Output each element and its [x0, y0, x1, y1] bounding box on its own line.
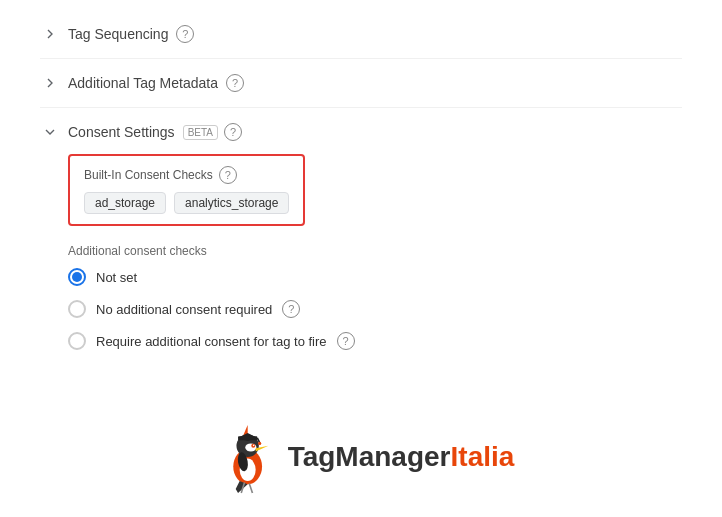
radio-require-additional-label: Require additional consent for tag to fi…	[96, 334, 327, 349]
brand-name: TagManagerItalia	[288, 441, 515, 473]
additional-tag-metadata-chevron	[40, 73, 60, 93]
radio-not-set-label: Not set	[96, 270, 137, 285]
built-in-consent-label: Built-In Consent Checks ?	[84, 166, 289, 184]
radio-option-not-set[interactable]: Not set	[68, 268, 682, 286]
additional-tag-metadata-label: Additional Tag Metadata	[68, 75, 218, 91]
additional-consent-label: Additional consent checks	[68, 244, 682, 258]
brand-black-text: TagManager	[288, 441, 451, 473]
tag-sequencing-chevron	[40, 24, 60, 44]
svg-line-11	[249, 483, 252, 493]
built-in-tags-row: ad_storage analytics_storage	[84, 192, 289, 214]
svg-point-6	[253, 445, 255, 447]
tag-sequencing-section[interactable]: Tag Sequencing ?	[40, 10, 682, 59]
additional-tag-metadata-help-icon[interactable]: ?	[226, 74, 244, 92]
radio-not-set[interactable]	[68, 268, 86, 286]
built-in-consent-box: Built-In Consent Checks ? ad_storage ana…	[68, 154, 305, 226]
brand-watermark: TagManagerItalia	[208, 417, 515, 497]
consent-settings-label: Consent Settings	[68, 124, 175, 140]
radio-option-require-additional[interactable]: Require additional consent for tag to fi…	[68, 332, 682, 350]
tag-sequencing-help-icon[interactable]: ?	[176, 25, 194, 43]
radio-require-additional[interactable]	[68, 332, 86, 350]
consent-settings-section: Consent Settings BETA ? Built-In Consent…	[40, 108, 682, 350]
radio-no-additional-label: No additional consent required	[96, 302, 272, 317]
ad-storage-tag: ad_storage	[84, 192, 166, 214]
built-in-help-icon[interactable]: ?	[219, 166, 237, 184]
analytics-storage-tag: analytics_storage	[174, 192, 289, 214]
radio-option-no-additional[interactable]: No additional consent required ?	[68, 300, 682, 318]
beta-badge: BETA	[183, 125, 218, 140]
tag-sequencing-label: Tag Sequencing	[68, 26, 168, 42]
svg-point-15	[258, 442, 261, 445]
consent-settings-chevron	[40, 122, 60, 142]
additional-consent-section: Additional consent checks Not set No add…	[68, 244, 682, 350]
radio-no-additional[interactable]	[68, 300, 86, 318]
woodpecker-logo	[208, 417, 288, 497]
consent-settings-help-icon[interactable]: ?	[224, 123, 242, 141]
require-additional-help-icon[interactable]: ?	[337, 332, 355, 350]
brand-orange-text: Italia	[451, 441, 515, 473]
no-additional-help-icon[interactable]: ?	[282, 300, 300, 318]
additional-tag-metadata-section[interactable]: Additional Tag Metadata ?	[40, 59, 682, 108]
consent-settings-header[interactable]: Consent Settings BETA ?	[40, 122, 682, 142]
